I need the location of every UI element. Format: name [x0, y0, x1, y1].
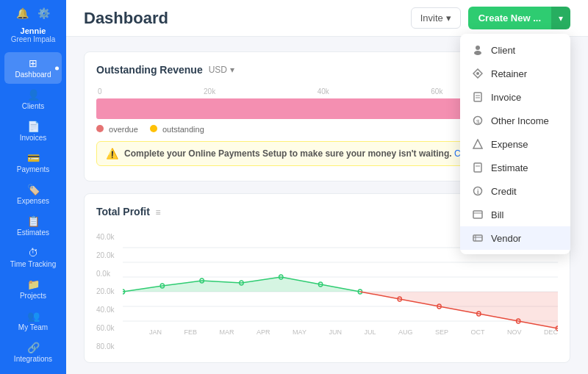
- sidebar-item-payments[interactable]: 💳 Payments: [0, 147, 66, 179]
- dropdown-item-estimate[interactable]: Estimate: [460, 156, 570, 179]
- header-actions: Invite ▾ Create New ... ▾: [411, 7, 570, 29]
- chart-y-labels: 40.0k 20.0k 0.0k 20.0k 40.0k 60.0k 80.0k: [96, 233, 122, 350]
- estimate-icon: [472, 162, 484, 173]
- invoice-icon: [472, 91, 484, 103]
- create-new-button-group: Create New ... ▾: [468, 7, 570, 29]
- sidebar-item-my-team[interactable]: 👥 My Team: [0, 305, 66, 337]
- user-company: Green Impala: [11, 35, 56, 43]
- sidebar-item-dashboard[interactable]: ⊞ Dashboard: [4, 52, 62, 84]
- notification-icon[interactable]: 🔔: [16, 7, 29, 19]
- sidebar-item-projects[interactable]: 📁 Projects: [0, 273, 66, 305]
- header: Dashboard Invite ▾ Create New ... ▾: [66, 0, 588, 37]
- svg-point-3: [476, 46, 480, 50]
- team-icon: 👥: [27, 310, 40, 322]
- sidebar-item-time-tracking[interactable]: ⏱ Time Tracking: [0, 242, 66, 273]
- dropdown-item-client[interactable]: Client: [460, 38, 570, 62]
- svg-rect-18: [473, 235, 482, 241]
- client-icon: [472, 44, 484, 56]
- main-content: Dashboard Invite ▾ Create New ... ▾ Clie…: [66, 0, 588, 374]
- dropdown-item-expense[interactable]: Expense: [460, 132, 570, 156]
- active-indicator: [55, 66, 59, 70]
- settings-icon[interactable]: ⚙️: [37, 7, 50, 19]
- svg-marker-11: [473, 140, 482, 148]
- vendor-icon: [472, 232, 484, 244]
- dashboard-icon: ⊞: [29, 57, 37, 69]
- invite-button[interactable]: Invite ▾: [411, 7, 461, 29]
- outstanding-dot: [150, 125, 157, 132]
- dropdown-item-bill[interactable]: Bill: [460, 203, 570, 226]
- sidebar-item-estimates[interactable]: 📋 Estimates: [0, 210, 66, 242]
- estimates-icon: 📋: [27, 215, 40, 227]
- retainer-icon: [472, 68, 484, 79]
- other-income-icon: $: [472, 115, 484, 126]
- sidebar-item-expenses[interactable]: 🏷️ Expenses: [0, 179, 66, 210]
- outstanding-revenue-title: Outstanding Revenue: [96, 64, 203, 76]
- projects-icon: 📁: [27, 278, 40, 290]
- filter-icon[interactable]: ≡: [155, 207, 160, 217]
- clients-icon: 👤: [27, 89, 40, 101]
- total-profit-title-group: Total Profit ≡: [96, 206, 160, 217]
- sidebar: 🔔 ⚙️ Jennie Green Impala ⊞ Dashboard 👤 C…: [0, 0, 66, 374]
- notice-icon: ⚠️: [106, 148, 118, 159]
- bill-icon: [472, 209, 484, 220]
- create-dropdown-menu: Client Retainer Invoice $ Other Income E…: [460, 34, 570, 254]
- sidebar-nav: ⊞ Dashboard 👤 Clients 📄 Invoices 💳 Payme…: [0, 52, 66, 374]
- svg-rect-16: [473, 211, 482, 218]
- integrations-icon: 🔗: [27, 342, 40, 353]
- overdue-dot: [96, 125, 104, 132]
- payments-icon: 💳: [27, 152, 40, 164]
- svg-rect-12: [474, 163, 481, 172]
- dropdown-item-other-income[interactable]: $ Other Income: [460, 109, 570, 132]
- sidebar-item-invoices[interactable]: 📄 Invoices: [0, 115, 66, 147]
- dropdown-item-invoice[interactable]: Invoice: [460, 85, 570, 109]
- total-profit-title: Total Profit: [96, 206, 150, 217]
- credit-icon: i: [472, 185, 484, 197]
- user-name: Jennie: [21, 26, 46, 35]
- time-tracking-icon: ⏱: [28, 247, 38, 259]
- dropdown-item-retainer[interactable]: Retainer: [460, 62, 570, 85]
- svg-text:i: i: [477, 188, 479, 195]
- dropdown-item-vendor[interactable]: Vendor: [460, 226, 570, 250]
- svg-point-5: [476, 72, 479, 75]
- outstanding-revenue-currency: USD ▾: [209, 65, 234, 75]
- dropdown-item-credit[interactable]: i Credit: [460, 179, 570, 203]
- outstanding-legend: outstanding: [150, 125, 204, 134]
- sidebar-item-integrations[interactable]: 🔗 Integrations: [0, 337, 66, 368]
- chart-x-labels: JAN FEB MAR APR MAY JUN JUL AUG SEP OCT …: [149, 328, 558, 336]
- expense-icon: [472, 138, 484, 150]
- invoices-icon: 📄: [27, 121, 40, 132]
- create-new-dropdown-button[interactable]: ▾: [551, 7, 570, 29]
- currency-chevron-icon[interactable]: ▾: [230, 65, 234, 75]
- svg-text:$: $: [476, 118, 480, 125]
- svg-rect-6: [474, 93, 481, 101]
- overdue-legend: overdue: [96, 125, 138, 134]
- create-new-button[interactable]: Create New ...: [468, 7, 551, 29]
- expenses-icon: 🏷️: [27, 184, 40, 195]
- svg-point-4: [474, 51, 481, 55]
- sidebar-item-clients[interactable]: 👤 Clients: [0, 84, 66, 115]
- page-title: Dashboard: [84, 9, 168, 28]
- sidebar-section-reports: Reports: [0, 368, 66, 374]
- invite-chevron-icon: ▾: [446, 12, 451, 24]
